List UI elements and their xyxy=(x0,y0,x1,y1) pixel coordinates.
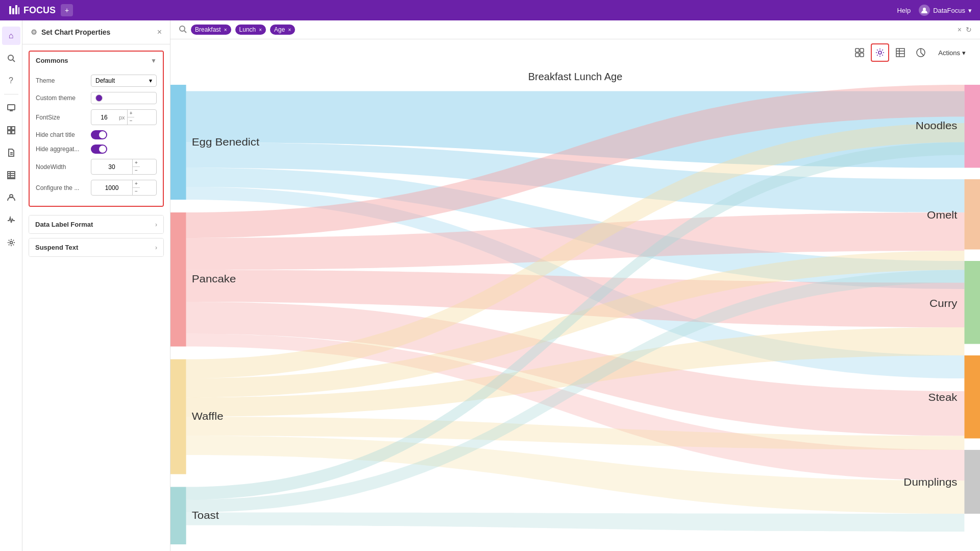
configure-increment-button[interactable]: + xyxy=(133,180,140,188)
panel-header: ⚙ Set Chart Properties × xyxy=(22,20,170,44)
configure-decrement-button[interactable]: − xyxy=(133,188,140,195)
suspend-text-header[interactable]: Suspend Text › xyxy=(29,238,163,256)
svg-line-24 xyxy=(184,31,186,33)
search-clear-button[interactable]: × xyxy=(958,26,962,34)
filter-tag-breakfast-close-icon[interactable]: × xyxy=(224,27,227,33)
label-noodles: Noodles xyxy=(916,121,958,132)
node-curry xyxy=(964,261,980,344)
node-toast xyxy=(170,487,186,545)
actions-label: Actions xyxy=(938,49,960,57)
panel-title: Set Chart Properties xyxy=(41,28,110,36)
suspend-text-section: Suspend Text › xyxy=(29,238,164,257)
hide-aggregat-label: Hide aggregat... xyxy=(36,146,87,153)
svg-rect-7 xyxy=(8,105,15,110)
chart-type-card-button[interactable] xyxy=(850,43,869,62)
sidebar-item-monitor[interactable] xyxy=(2,99,20,117)
label-pancake: Pancake xyxy=(192,274,236,285)
svg-rect-11 xyxy=(12,127,15,130)
theme-row: Theme Default ▾ xyxy=(36,75,157,87)
svg-line-6 xyxy=(13,60,15,62)
nodewidth-decrement-button[interactable]: − xyxy=(133,167,140,174)
help-link[interactable]: Help xyxy=(897,7,911,14)
configure-input[interactable] xyxy=(91,182,132,194)
actions-button[interactable]: Actions ▾ xyxy=(932,46,972,60)
fontsize-input[interactable] xyxy=(91,112,117,123)
sidebar-item-settings[interactable] xyxy=(2,233,20,252)
data-label-format-header[interactable]: Data Label Format › xyxy=(29,215,163,233)
sidebar-item-grid[interactable] xyxy=(2,121,20,139)
search-bar: Breakfast × Lunch × Age × × ↻ xyxy=(170,20,980,39)
panel-title-container: ⚙ Set Chart Properties xyxy=(31,28,110,36)
search-icon-wrap xyxy=(179,25,187,35)
main-content: Breakfast × Lunch × Age × × ↻ xyxy=(170,20,980,551)
nodewidth-increment-button[interactable]: + xyxy=(133,159,140,167)
filter-tag-age[interactable]: Age × xyxy=(270,25,295,35)
panel-title-icon: ⚙ xyxy=(31,28,37,36)
commons-section-header[interactable]: Commons ▼ xyxy=(30,52,163,69)
table-icon xyxy=(7,171,15,179)
configure-label: Configure the ... xyxy=(36,184,87,191)
suspend-text-chevron-icon: › xyxy=(155,244,157,251)
sidebar-divider-1 xyxy=(4,94,18,94)
color-dot-icon xyxy=(95,94,103,102)
app-name: FOCUS xyxy=(23,5,56,16)
svg-rect-25 xyxy=(855,49,859,52)
graph-icon xyxy=(916,48,925,57)
svg-point-22 xyxy=(10,242,12,244)
user-name: DataFocus xyxy=(933,7,965,14)
sidebar-item-pulse[interactable] xyxy=(2,211,20,229)
pulse-icon xyxy=(7,216,15,224)
svg-rect-28 xyxy=(860,53,864,57)
main-layout: ⌂ ? xyxy=(0,20,980,551)
theme-label: Theme xyxy=(36,77,87,84)
table-icon xyxy=(896,48,905,57)
filter-tag-breakfast[interactable]: Breakfast × xyxy=(191,25,231,35)
sidebar-item-help[interactable]: ? xyxy=(2,71,20,90)
add-tab-button[interactable]: + xyxy=(61,4,73,16)
data-label-chevron-icon: › xyxy=(155,221,157,228)
user-menu[interactable]: DataFocus ▾ xyxy=(919,5,972,16)
theme-select[interactable]: Default ▾ xyxy=(91,75,157,87)
fontsize-stepper: + − xyxy=(127,110,135,125)
search-icon xyxy=(7,54,15,62)
data-label-format-label: Data Label Format xyxy=(35,221,93,228)
fontsize-decrement-button[interactable]: − xyxy=(128,117,135,125)
app-logo: FOCUS xyxy=(8,4,56,16)
panel-close-button[interactable]: × xyxy=(157,28,162,37)
chart-area: Breakfast Lunch Age xyxy=(170,66,980,551)
chart-settings-button[interactable] xyxy=(871,43,889,62)
settings-icon xyxy=(7,238,15,247)
fontsize-increment-button[interactable]: + xyxy=(128,110,135,117)
hide-chart-title-toggle[interactable] xyxy=(91,130,107,139)
filter-tag-lunch[interactable]: Lunch × xyxy=(235,25,266,35)
nodewidth-input-container: + − xyxy=(91,159,157,175)
chart-table-button[interactable] xyxy=(891,43,910,62)
sidebar-item-home[interactable]: ⌂ xyxy=(2,27,20,45)
node-dumplings xyxy=(964,450,980,514)
hide-aggregat-toggle[interactable] xyxy=(91,145,107,154)
topbar-right: Help DataFocus ▾ xyxy=(897,5,972,16)
filter-tag-age-label: Age xyxy=(274,26,285,33)
filter-tag-age-close-icon[interactable]: × xyxy=(288,27,291,33)
document-icon xyxy=(7,149,15,157)
node-noodles xyxy=(964,85,980,168)
svg-point-23 xyxy=(180,26,185,31)
sidebar-item-search[interactable] xyxy=(2,49,20,67)
hide-aggregat-row: Hide aggregat... xyxy=(36,145,157,154)
nodewidth-input[interactable] xyxy=(91,161,132,173)
svg-rect-0 xyxy=(9,6,11,14)
sidebar-item-document[interactable] xyxy=(2,143,20,162)
chart-title: Breakfast Lunch Age xyxy=(170,66,980,85)
hide-chart-title-row: Hide chart title xyxy=(36,130,157,139)
sidebar-item-user[interactable] xyxy=(2,188,20,207)
search-refresh-button[interactable]: ↻ xyxy=(966,26,972,34)
user-avatar-icon xyxy=(919,5,930,16)
commons-chevron-icon: ▼ xyxy=(151,57,157,64)
sidebar-item-table[interactable] xyxy=(2,166,20,184)
custom-theme-color[interactable] xyxy=(91,92,157,104)
commons-section-label: Commons xyxy=(36,57,68,64)
filter-tag-lunch-close-icon[interactable]: × xyxy=(259,27,262,33)
chart-graph-button[interactable] xyxy=(912,43,930,62)
svg-rect-12 xyxy=(8,131,11,134)
node-steak xyxy=(964,355,980,439)
